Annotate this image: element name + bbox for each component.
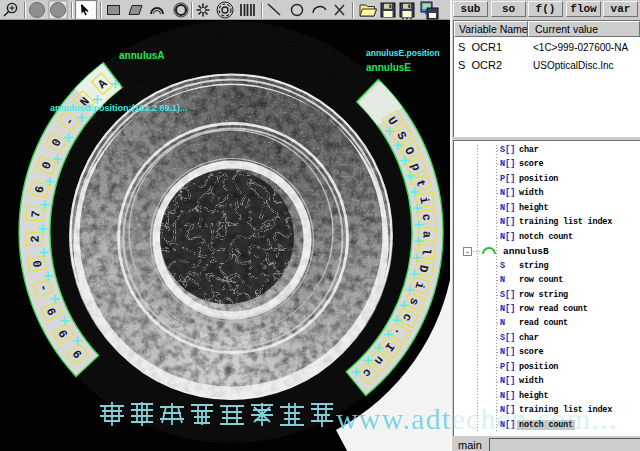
svg-text:l: l	[418, 247, 433, 256]
svg-text:2: 2	[28, 235, 42, 243]
svg-text:7: 7	[29, 210, 44, 218]
svg-text:annulusE.position: annulusE.position	[366, 48, 440, 58]
svg-text:c: c	[419, 213, 434, 221]
svg-text:annulusB.position:(191.2 69.1): annulusB.position:(191.2 69.1)...	[50, 103, 188, 113]
svg-text:annulusA: annulusA	[119, 50, 165, 61]
svg-text:annulusE: annulusE	[366, 62, 411, 73]
svg-text:a: a	[419, 231, 433, 238]
